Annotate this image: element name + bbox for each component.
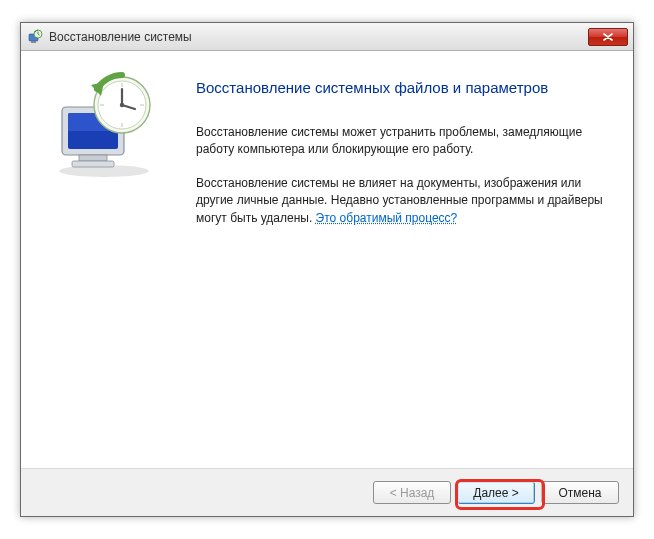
svg-rect-9 xyxy=(72,161,114,167)
window-title: Восстановление системы xyxy=(49,30,588,44)
sidebar xyxy=(21,51,186,468)
description-1: Восстановление системы может устранить п… xyxy=(196,124,605,159)
system-restore-window: Восстановление системы xyxy=(20,22,634,517)
app-icon xyxy=(27,29,43,45)
cancel-button[interactable]: Отмена xyxy=(541,481,619,504)
svg-point-18 xyxy=(119,103,123,107)
page-heading: Восстановление системных файлов и параме… xyxy=(196,79,605,96)
reversible-link[interactable]: Это обратимый процесс? xyxy=(316,211,458,225)
svg-rect-1 xyxy=(31,41,36,43)
client-area: Восстановление системных файлов и параме… xyxy=(21,51,633,468)
system-restore-icon xyxy=(44,69,164,179)
close-button[interactable] xyxy=(588,28,628,46)
description-2: Восстановление системы не влияет на доку… xyxy=(196,175,605,227)
back-button: < Назад xyxy=(373,481,451,504)
titlebar: Восстановление системы xyxy=(21,23,633,51)
svg-rect-8 xyxy=(79,155,107,161)
main-content: Восстановление системных файлов и параме… xyxy=(186,51,633,468)
next-button[interactable]: Далее > xyxy=(457,481,535,504)
wizard-footer: < Назад Далее > Отмена xyxy=(21,468,633,516)
